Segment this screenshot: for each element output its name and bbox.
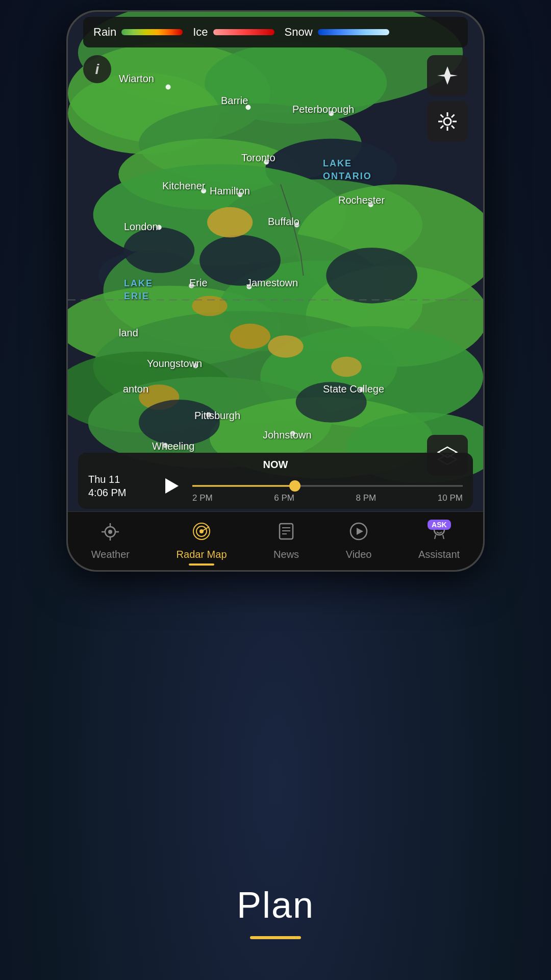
rain-gradient <box>121 29 183 35</box>
phone-frame: Wiarton Barrie Peterborough Toronto LAKE… <box>66 10 485 572</box>
now-label: NOW <box>88 459 463 471</box>
snow-gradient <box>318 29 389 35</box>
svg-point-43 <box>189 283 194 288</box>
bottom-nav: Weather Radar Map <box>68 511 483 570</box>
location-icon <box>437 65 458 86</box>
svg-point-38 <box>201 188 206 193</box>
weather-icon <box>101 522 120 546</box>
radar-icon <box>192 522 211 546</box>
svg-point-29 <box>331 357 362 377</box>
rain-legend: Rain <box>93 26 183 39</box>
radar-label: Radar Map <box>177 549 227 560</box>
svg-point-26 <box>230 324 270 349</box>
svg-line-82 <box>443 535 444 539</box>
svg-point-18 <box>326 248 417 303</box>
svg-point-44 <box>246 284 252 289</box>
news-icon <box>277 522 296 546</box>
nav-video[interactable]: Video <box>336 518 382 565</box>
nav-radar-map[interactable]: Radar Map <box>166 518 237 565</box>
phone-screen: Wiarton Barrie Peterborough Toronto LAKE… <box>68 12 483 570</box>
settings-button[interactable] <box>427 101 468 142</box>
svg-point-35 <box>245 105 251 110</box>
ice-legend: Ice <box>193 26 274 39</box>
tick-8pm: 8 PM <box>356 493 377 503</box>
track-thumb[interactable] <box>289 480 300 492</box>
video-label: Video <box>346 549 372 560</box>
svg-point-16 <box>199 235 281 285</box>
svg-line-58 <box>452 115 455 118</box>
svg-point-34 <box>166 85 171 90</box>
svg-marker-50 <box>437 66 458 85</box>
map-area[interactable]: Wiarton Barrie Peterborough Toronto LAKE… <box>68 12 483 514</box>
news-label: News <box>273 549 299 560</box>
track-ticks: 2 PM 6 PM 8 PM 10 PM <box>192 493 463 503</box>
track-fill <box>192 485 295 487</box>
timeline-bar: NOW Thu 11 4:06 PM 2 PM 6 PM 8 PM <box>78 453 473 509</box>
svg-point-46 <box>359 387 364 392</box>
svg-marker-77 <box>357 528 363 535</box>
tick-6pm: 6 PM <box>274 493 294 503</box>
svg-point-28 <box>192 296 227 316</box>
play-icon <box>165 478 179 494</box>
video-icon <box>349 522 368 546</box>
svg-point-37 <box>264 159 269 164</box>
svg-point-63 <box>108 530 112 534</box>
svg-point-42 <box>294 223 299 228</box>
info-button[interactable]: i <box>83 55 111 83</box>
tick-2pm: 2 PM <box>192 493 213 503</box>
info-icon: i <box>95 61 99 78</box>
nav-news[interactable]: News <box>263 518 309 565</box>
svg-point-40 <box>368 202 373 207</box>
plan-title: Plan <box>237 884 314 926</box>
svg-point-51 <box>444 118 451 125</box>
svg-point-41 <box>157 225 162 230</box>
assistant-label: Assistant <box>418 549 460 560</box>
weather-label: Weather <box>91 549 130 560</box>
svg-point-32 <box>296 382 367 422</box>
plan-section: Plan <box>0 884 551 939</box>
svg-line-56 <box>441 115 444 118</box>
tick-10pm: 10 PM <box>438 493 463 503</box>
legend-bar: Rain Ice Snow <box>83 17 468 47</box>
svg-line-81 <box>435 535 436 539</box>
timeline-time: 4:06 PM <box>88 486 149 499</box>
svg-point-36 <box>329 111 334 116</box>
nav-assistant[interactable]: ASK Assistant <box>408 518 470 565</box>
svg-point-48 <box>290 431 295 436</box>
gear-icon <box>437 111 458 132</box>
svg-point-47 <box>206 412 211 418</box>
svg-point-31 <box>139 400 220 445</box>
location-button[interactable] <box>427 55 468 96</box>
svg-point-17 <box>123 228 194 273</box>
nav-weather[interactable]: Weather <box>81 518 140 565</box>
snow-label: Snow <box>285 26 313 39</box>
play-button[interactable] <box>158 473 184 499</box>
ice-gradient <box>213 29 274 35</box>
svg-point-27 <box>268 335 303 358</box>
ice-label: Ice <box>193 26 208 39</box>
svg-point-49 <box>163 443 168 448</box>
svg-line-57 <box>452 126 455 129</box>
svg-line-59 <box>441 126 444 129</box>
assistant-icon: ASK <box>430 522 449 546</box>
plan-underline <box>250 936 301 939</box>
timeline-date-time: Thu 11 4:06 PM <box>88 473 149 499</box>
svg-point-25 <box>207 207 253 238</box>
timeline-track[interactable]: 2 PM 6 PM 8 PM 10 PM <box>192 478 463 494</box>
ask-badge: ASK <box>428 520 451 530</box>
snow-legend: Snow <box>285 26 389 39</box>
rain-label: Rain <box>93 26 116 39</box>
svg-point-39 <box>238 192 243 197</box>
timeline-date: Thu 11 <box>88 473 149 486</box>
svg-point-45 <box>193 363 198 369</box>
